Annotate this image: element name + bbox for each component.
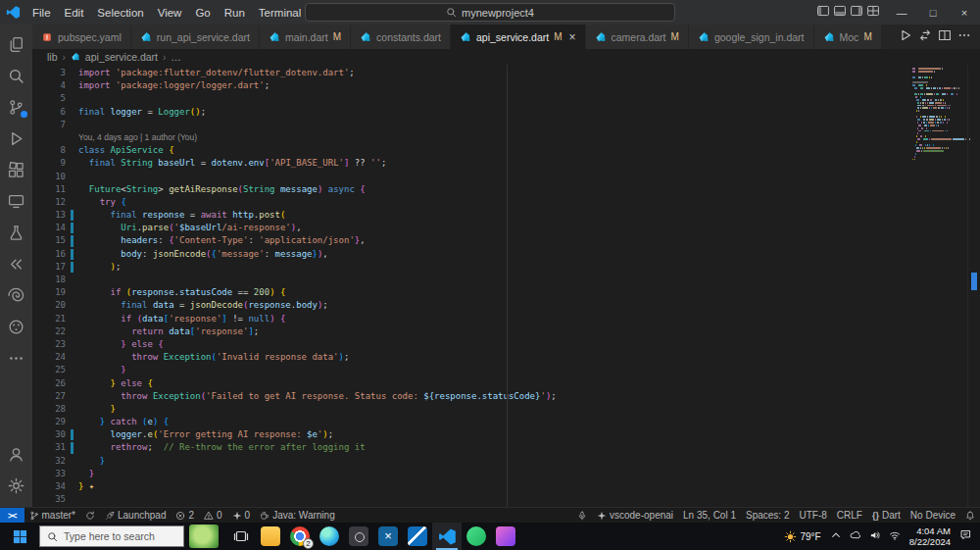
line-number[interactable]: 4: [32, 79, 78, 92]
menu-edit[interactable]: Edit: [58, 0, 91, 25]
activity-run-debug[interactable]: [0, 124, 32, 153]
line-number[interactable]: 25: [32, 364, 78, 376]
line-number[interactable]: 26: [32, 377, 78, 390]
clock[interactable]: 4:04 AM 8/22/2024: [909, 525, 951, 547]
menu-view[interactable]: View: [151, 0, 189, 25]
line-number[interactable]: 18: [32, 274, 78, 286]
status-git-branch[interactable]: master*: [24, 508, 80, 523]
news-widget[interactable]: [189, 525, 219, 548]
line-number[interactable]: 27: [32, 390, 78, 403]
line-number[interactable]: 24: [32, 351, 78, 364]
more-actions-button[interactable]: [957, 28, 971, 45]
status-indentation[interactable]: Spaces: 2: [741, 508, 794, 523]
minimap[interactable]: [912, 68, 966, 164]
tab-constants-dart[interactable]: constants.dart: [351, 25, 451, 49]
status-eol-sequence[interactable]: CRLF: [832, 508, 867, 523]
line-number[interactable]: 6: [32, 106, 78, 119]
status-vscode-openai[interactable]: vscode-openai: [592, 508, 678, 523]
menu-selection[interactable]: Selection: [90, 0, 150, 25]
activity-source-control[interactable]: [0, 92, 32, 122]
line-number[interactable]: 23: [32, 338, 78, 351]
tray-hidden-icons[interactable]: [830, 529, 842, 544]
activity-more-views[interactable]: [0, 343, 32, 373]
status-voice-input[interactable]: [572, 508, 592, 523]
line-number[interactable]: 13: [32, 209, 78, 222]
menu-file[interactable]: File: [25, 0, 58, 25]
taskbar-app-camera-app[interactable]: [344, 523, 373, 550]
breadcrumb-item[interactable]: …: [171, 51, 181, 63]
line-number[interactable]: 32: [32, 455, 78, 468]
maximize-button[interactable]: □: [917, 0, 949, 25]
tab-api_service-dart[interactable]: api_service.dartM×: [451, 25, 585, 49]
taskbar-app-edge[interactable]: [315, 523, 344, 550]
tab-google_sign_in-dart[interactable]: google_sign_in.dart: [689, 25, 814, 49]
activity-account[interactable]: [0, 439, 32, 469]
activity-extension-view-a[interactable]: [0, 280, 32, 310]
command-center-search[interactable]: mynewproject4: [305, 3, 675, 22]
taskbar-app-green-app[interactable]: [462, 523, 491, 550]
line-number[interactable]: 28: [32, 403, 78, 416]
line-number[interactable]: 17: [32, 261, 78, 274]
breadcrumb-item[interactable]: lib: [47, 51, 58, 63]
action-center[interactable]: [959, 528, 972, 544]
taskbar-app-excel-app[interactable]: ×: [373, 523, 403, 550]
taskbar-app-file-explorer[interactable]: [256, 523, 285, 550]
toggle-layout-grid-button[interactable]: [866, 4, 880, 21]
line-number[interactable]: 9: [32, 157, 78, 170]
activity-settings[interactable]: [0, 471, 32, 500]
line-number[interactable]: 8: [32, 144, 78, 157]
line-number[interactable]: 22: [32, 325, 78, 338]
line-number[interactable]: 21: [32, 313, 78, 325]
start-button[interactable]: [0, 523, 39, 550]
status-flutter-device[interactable]: No Device: [906, 508, 960, 523]
toggle-layout-left-button[interactable]: [816, 4, 830, 21]
breadcrumb-item[interactable]: api_service.dart: [85, 51, 158, 63]
toggle-layout-bottom-button[interactable]: [833, 4, 847, 21]
code-editor[interactable]: 3import 'package:flutter_dotenv/flutter_…: [32, 65, 980, 507]
split-editor-button[interactable]: [938, 28, 952, 45]
tab-pubspec-yaml[interactable]: pubspec.yaml: [32, 25, 131, 49]
taskbar-app-task-view[interactable]: [226, 523, 256, 550]
taskbar-app-mail-app[interactable]: [403, 523, 432, 550]
taskbar-app-design-app[interactable]: [491, 523, 520, 550]
tray-volume[interactable]: [869, 529, 881, 544]
tab-main-dart[interactable]: main.dartM: [260, 25, 351, 49]
line-number[interactable]: 35: [32, 493, 78, 506]
minimize-button[interactable]: —: [886, 0, 917, 25]
status-cursor-position[interactable]: Ln 35, Col 1: [678, 508, 741, 523]
line-number[interactable]: 34: [32, 480, 78, 493]
line-number[interactable]: 15: [32, 234, 78, 247]
status-notifications[interactable]: [960, 508, 980, 523]
open-changes-button[interactable]: [918, 28, 932, 45]
line-number[interactable]: 11: [32, 183, 78, 196]
line-number[interactable]: 33: [32, 468, 78, 480]
activity-explorer[interactable]: [0, 29, 32, 59]
status-problems-warnings[interactable]: 0: [199, 508, 227, 523]
codelens-blame[interactable]: You, 4 days ago | 1 author (You): [78, 131, 980, 144]
tab-run_api_service-dart[interactable]: run_api_service.dart: [131, 25, 260, 49]
line-number[interactable]: 5: [32, 92, 78, 105]
menu-run[interactable]: Run: [218, 0, 252, 25]
tray-network[interactable]: [889, 529, 901, 544]
status-encoding[interactable]: UTF-8: [794, 508, 831, 523]
line-number[interactable]: 30: [32, 428, 78, 441]
tab-camera-dart[interactable]: camera.dartM: [586, 25, 689, 49]
line-number[interactable]: 16: [32, 248, 78, 261]
activity-remote-explorer[interactable]: [0, 186, 32, 216]
overview-ruler[interactable]: [967, 65, 980, 507]
toggle-layout-right-button[interactable]: [850, 4, 863, 21]
taskbar-search-input[interactable]: Type here to search: [39, 525, 184, 547]
line-number[interactable]: 12: [32, 196, 78, 209]
run-file-button[interactable]: [899, 28, 912, 45]
tray-onedrive[interactable]: [850, 529, 861, 544]
activity-extensions[interactable]: [0, 155, 32, 184]
menu-terminal[interactable]: Terminal: [252, 0, 308, 25]
status-extension-counter[interactable]: 0: [227, 508, 256, 523]
activity-extension-view-b[interactable]: [0, 312, 32, 341]
activity-search[interactable]: [0, 61, 32, 90]
status-java-status[interactable]: Java: Warning: [255, 508, 340, 523]
status-language-mode[interactable]: {}Dart: [867, 508, 906, 523]
activity-gitlens[interactable]: [0, 249, 32, 278]
weather-widget[interactable]: 79°F: [784, 530, 821, 543]
line-number[interactable]: 20: [32, 299, 78, 312]
